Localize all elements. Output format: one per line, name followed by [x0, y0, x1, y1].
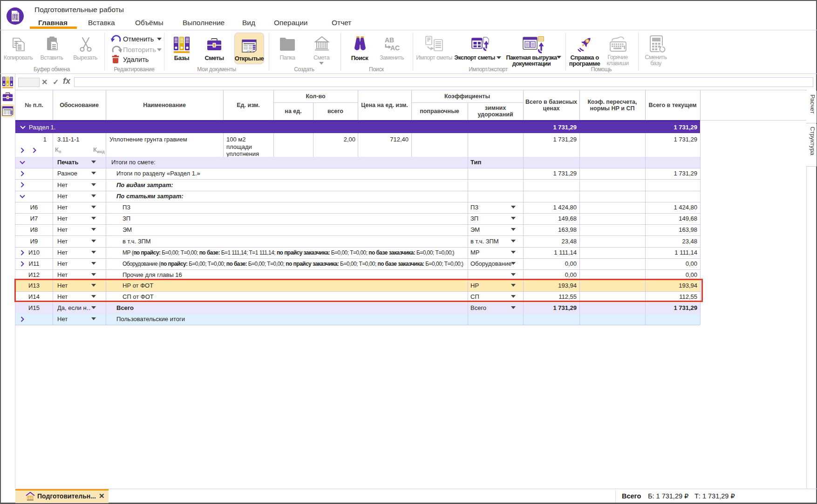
svg-text:AB: AB — [385, 36, 394, 44]
svg-text:AC: AC — [390, 44, 400, 52]
